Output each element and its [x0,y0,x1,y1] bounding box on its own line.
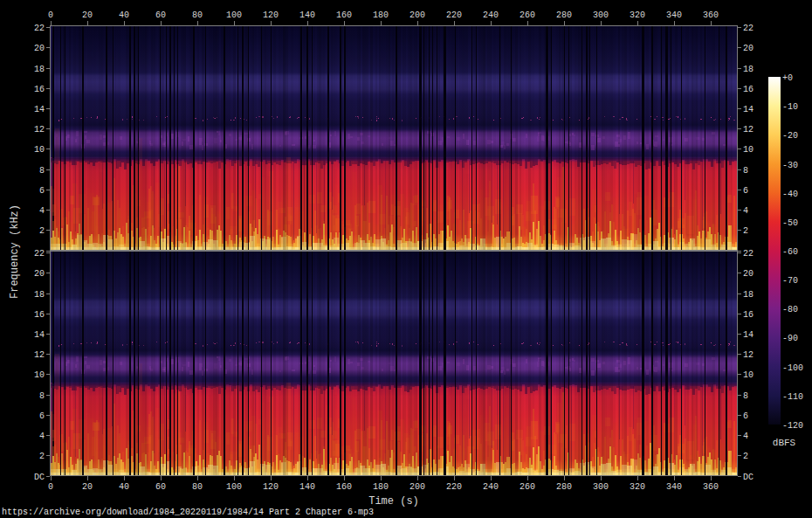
svg-text:12: 12 [34,350,45,360]
svg-text:12: 12 [743,350,754,360]
svg-text:22: 22 [743,249,754,259]
svg-text:360: 360 [703,482,719,492]
svg-text:2: 2 [743,452,748,461]
svg-text:2: 2 [39,452,45,461]
svg-text:14: 14 [34,105,45,114]
svg-text:100: 100 [226,482,242,492]
svg-text:10: 10 [34,370,45,380]
svg-text:2: 2 [39,226,45,236]
svg-text:300: 300 [593,482,609,492]
svg-text:-90: -90 [782,334,798,343]
svg-text:-20: -20 [782,131,798,141]
svg-text:8: 8 [39,391,45,401]
svg-text:18: 18 [34,65,45,74]
svg-text:Time (s): Time (s) [368,495,419,508]
svg-text:0: 0 [48,10,53,20]
svg-text:80: 80 [192,10,203,20]
svg-text:dBFS: dBFS [773,438,796,448]
svg-text:16: 16 [34,310,45,320]
svg-text:240: 240 [483,10,499,20]
svg-text:-120: -120 [782,421,803,431]
svg-text:20: 20 [82,10,93,20]
svg-text:100: 100 [226,10,242,20]
svg-text:-70: -70 [782,276,798,286]
svg-text:200: 200 [409,10,425,20]
svg-text:6: 6 [743,186,748,196]
svg-text:12: 12 [34,125,45,135]
svg-text:60: 60 [155,482,166,492]
svg-text:18: 18 [34,290,45,300]
svg-text:2: 2 [743,226,748,236]
svg-text:+0: +0 [782,73,793,83]
svg-text:Frequency (kHz): Frequency (kHz) [9,204,21,299]
svg-text:360: 360 [703,10,719,20]
svg-text:10: 10 [743,370,754,380]
svg-text:200: 200 [409,482,425,492]
svg-text:20: 20 [743,44,754,53]
svg-text:-60: -60 [782,247,798,257]
svg-text:0: 0 [48,482,53,492]
svg-text:22: 22 [743,24,754,33]
svg-text:220: 220 [446,482,462,492]
svg-text:160: 160 [336,10,352,20]
svg-text:40: 40 [119,10,129,20]
svg-text:22: 22 [34,249,45,259]
svg-text:8: 8 [743,166,748,176]
svg-text:4: 4 [39,206,45,216]
svg-text:-80: -80 [782,305,798,314]
svg-text:-40: -40 [782,190,798,199]
svg-text:8: 8 [743,391,748,401]
svg-text:40: 40 [119,482,129,492]
svg-text:-100: -100 [782,363,803,373]
svg-text:10: 10 [743,145,754,155]
svg-text:-30: -30 [782,161,798,170]
svg-text:60: 60 [155,10,166,20]
svg-text:6: 6 [39,186,45,196]
svg-text:10: 10 [34,145,45,155]
svg-text:6: 6 [743,411,748,421]
svg-text:120: 120 [263,482,279,492]
svg-text:260: 260 [520,10,535,20]
svg-text:320: 320 [630,482,645,492]
svg-text:6: 6 [39,411,45,421]
svg-text:220: 220 [446,10,462,20]
svg-text:DC: DC [743,473,754,482]
svg-text:4: 4 [743,206,748,216]
svg-text:-110: -110 [782,392,803,402]
svg-text:-50: -50 [782,218,798,228]
svg-text:280: 280 [556,482,572,492]
svg-text:80: 80 [192,482,203,492]
svg-text:20: 20 [82,482,93,492]
svg-text:20: 20 [34,269,45,279]
svg-text:18: 18 [743,65,754,74]
svg-text:280: 280 [556,10,572,20]
svg-text:4: 4 [39,432,45,441]
svg-text:4: 4 [743,432,748,441]
svg-text:240: 240 [483,482,499,492]
svg-text:-10: -10 [782,102,798,112]
svg-text:180: 180 [373,482,389,492]
svg-text:340: 340 [666,482,682,492]
svg-text:16: 16 [743,85,754,94]
svg-text:https://archive·org/download/1: https://archive·org/download/1984_202201… [2,508,374,517]
svg-text:160: 160 [336,482,352,492]
svg-text:22: 22 [34,24,45,33]
svg-text:16: 16 [743,310,754,320]
svg-text:14: 14 [743,105,754,114]
svg-text:18: 18 [743,290,754,300]
svg-text:320: 320 [630,10,645,20]
svg-text:20: 20 [743,269,754,279]
svg-text:140: 140 [299,10,315,20]
svg-text:140: 140 [299,482,315,492]
svg-text:120: 120 [263,10,279,20]
svg-text:300: 300 [593,10,609,20]
svg-text:14: 14 [743,330,754,340]
svg-text:340: 340 [666,10,682,20]
svg-text:14: 14 [34,330,45,340]
svg-text:DC: DC [34,473,45,482]
svg-text:20: 20 [34,44,45,53]
svg-text:180: 180 [373,10,389,20]
svg-text:16: 16 [34,85,45,94]
svg-text:12: 12 [743,125,754,135]
svg-text:260: 260 [520,482,535,492]
